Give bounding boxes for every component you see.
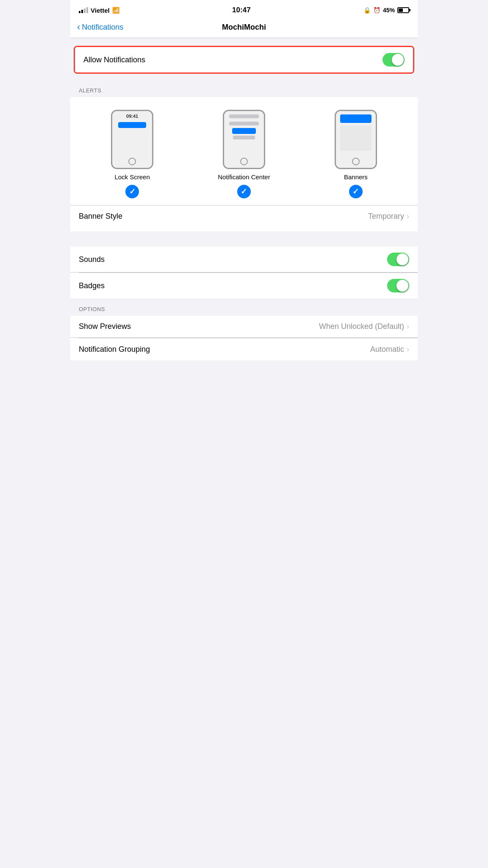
section-gap-1: [70, 231, 418, 247]
banners-checkmark[interactable]: ✓: [349, 185, 363, 198]
notification-center-label: Notification Center: [218, 173, 270, 181]
notification-grouping-label: Notification Grouping: [79, 345, 150, 354]
sounds-row[interactable]: Sounds: [70, 247, 418, 273]
banners-label: Banners: [344, 173, 368, 181]
alerts-section-label: ALERTS: [70, 80, 418, 97]
sounds-toggle-knob: [396, 253, 408, 265]
wifi-icon: 📶: [112, 7, 119, 14]
chevron-left-icon: ‹: [77, 22, 80, 32]
badges-label: Badges: [79, 281, 105, 290]
options-group: Show Previews When Unlocked (Default) › …: [70, 316, 418, 360]
sounds-toggle[interactable]: [387, 253, 409, 266]
notification-grouping-value: Automatic ›: [370, 345, 409, 354]
allow-notifications-label: Allow Notifications: [83, 56, 145, 64]
status-time: 10:47: [232, 6, 250, 14]
alerts-section: 09:41 Lock Screen ✓ Notification Center …: [70, 97, 418, 231]
bottom-gap: [70, 360, 418, 377]
back-label: Notifications: [82, 23, 123, 32]
notification-grouping-row[interactable]: Notification Grouping Automatic ›: [70, 338, 418, 360]
banners-screen-area: [340, 125, 371, 151]
allow-notifications-toggle[interactable]: [383, 53, 405, 67]
alert-option-banners[interactable]: Banners ✓: [335, 110, 377, 198]
nc-bar-blue: [232, 128, 256, 134]
lock-screen-checkmark[interactable]: ✓: [125, 185, 139, 198]
status-bar: Viettel 📶 10:47 🔒 ⏰ 45%: [70, 0, 418, 19]
lock-screen-label: Lock Screen: [114, 173, 150, 181]
alert-option-lock-screen[interactable]: 09:41 Lock Screen ✓: [111, 110, 153, 198]
nc-bar-2: [229, 122, 259, 125]
badges-toggle-knob: [396, 280, 408, 292]
show-previews-chevron: ›: [407, 322, 409, 331]
sounds-label: Sounds: [79, 255, 105, 264]
nav-header: ‹ Notifications MochiMochi: [70, 19, 418, 38]
signal-bars: [79, 7, 88, 13]
notification-grouping-chevron: ›: [407, 345, 409, 354]
show-previews-row[interactable]: Show Previews When Unlocked (Default) ›: [70, 316, 418, 338]
toggle-knob: [392, 54, 404, 66]
nc-home-btn: [240, 158, 248, 165]
show-previews-label: Show Previews: [79, 322, 131, 331]
allow-notifications-row[interactable]: Allow Notifications: [75, 47, 413, 72]
battery-percent: 45%: [383, 7, 395, 14]
banners-top-bar: [340, 114, 371, 123]
banners-home-btn: [352, 158, 360, 165]
show-previews-value: When Unlocked (Default) ›: [319, 322, 409, 331]
nc-bar-3: [233, 136, 255, 139]
battery: [397, 7, 409, 13]
banner-style-label: Banner Style: [79, 212, 122, 221]
page-title: MochiMochi: [161, 23, 327, 32]
lock-screen-phone: 09:41: [111, 110, 153, 169]
nc-bar-1: [229, 114, 259, 118]
lock-screen-home-btn: [128, 158, 136, 165]
lock-screen-notif-bar: [118, 122, 146, 128]
allow-notifications-wrapper: Allow Notifications: [74, 46, 414, 74]
carrier-label: Viettel: [91, 7, 110, 14]
banner-style-chevron: ›: [407, 212, 409, 221]
status-left: Viettel 📶: [79, 7, 119, 14]
banner-style-value: Temporary ›: [368, 212, 409, 221]
badges-toggle[interactable]: [387, 279, 409, 292]
lock-screen-time: 09:41: [126, 114, 138, 119]
sounds-badges-group: Sounds Badges: [70, 247, 418, 298]
notification-center-checkmark[interactable]: ✓: [237, 185, 251, 198]
banner-style-row[interactable]: Banner Style Temporary ›: [70, 205, 418, 227]
alert-option-notification-center[interactable]: Notification Center ✓: [218, 110, 270, 198]
badges-row[interactable]: Badges: [70, 273, 418, 298]
notification-center-phone: [223, 110, 265, 169]
lock-icon: 🔒: [363, 7, 371, 14]
banners-phone: [335, 110, 377, 169]
options-section-label: OPTIONS: [70, 298, 418, 316]
alert-options: 09:41 Lock Screen ✓ Notification Center …: [70, 106, 418, 205]
alarm-icon: ⏰: [373, 7, 380, 14]
status-right: 🔒 ⏰ 45%: [363, 7, 409, 14]
back-button[interactable]: ‹ Notifications: [77, 23, 161, 32]
